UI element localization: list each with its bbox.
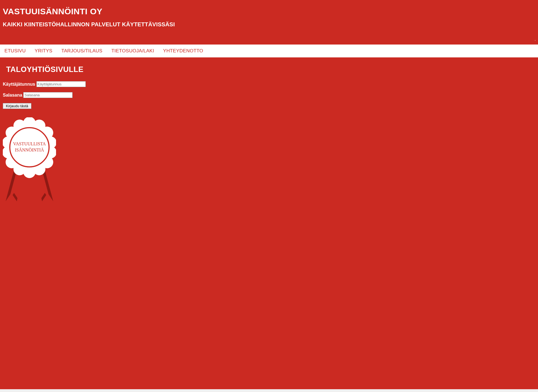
username-row: Käyttäjätunnus	[3, 81, 535, 87]
nav-tarjous-tilaus[interactable]: TARJOUS/TILAUS	[57, 48, 107, 54]
password-row: Salasana	[3, 92, 535, 98]
password-label: Salasana	[3, 93, 22, 98]
username-input[interactable]	[36, 81, 86, 87]
page-header: VASTUUISÄNNÖINTI OY KAIKKI KIINTEISTÖHAL…	[0, 0, 538, 45]
section-title: TALOYHTIÖSIVULLE	[6, 65, 535, 74]
rosette-badge-icon: VASTUULLISTA ISÄNNÖINTIÄ	[3, 117, 56, 204]
badge-text-line1: VASTUULLISTA	[13, 141, 46, 146]
username-label: Käyttäjätunnus	[3, 82, 35, 87]
badge-container: VASTUULLISTA ISÄNNÖINTIÄ	[3, 117, 535, 205]
svg-point-18	[7, 125, 52, 170]
main-content: TALOYHTIÖSIVULLE Käyttäjätunnus Salasana…	[0, 57, 538, 208]
password-input[interactable]	[23, 92, 73, 98]
badge-text-line2: ISÄNNÖINTIÄ	[15, 148, 44, 152]
bottom-bar	[0, 389, 538, 392]
header-dot: .	[535, 37, 536, 41]
main-nav: ETUSIVU YRITYS TARJOUS/TILAUS TIETOSUOJA…	[0, 45, 538, 57]
nav-yritys[interactable]: YRITYS	[30, 48, 57, 54]
nav-tietosuoja-laki[interactable]: TIETOSUOJA/LAKI	[107, 48, 159, 54]
site-subtitle: KAIKKI KIINTEISTÖHALLINNON PALVELUT KÄYT…	[3, 21, 535, 28]
nav-yhteydenotto[interactable]: YHTEYDENOTTO	[159, 48, 208, 54]
login-button[interactable]: Kirjaudu tästä	[3, 103, 31, 109]
site-title: VASTUUISÄNNÖINTI OY	[3, 7, 535, 16]
nav-etusivu[interactable]: ETUSIVU	[0, 48, 30, 54]
